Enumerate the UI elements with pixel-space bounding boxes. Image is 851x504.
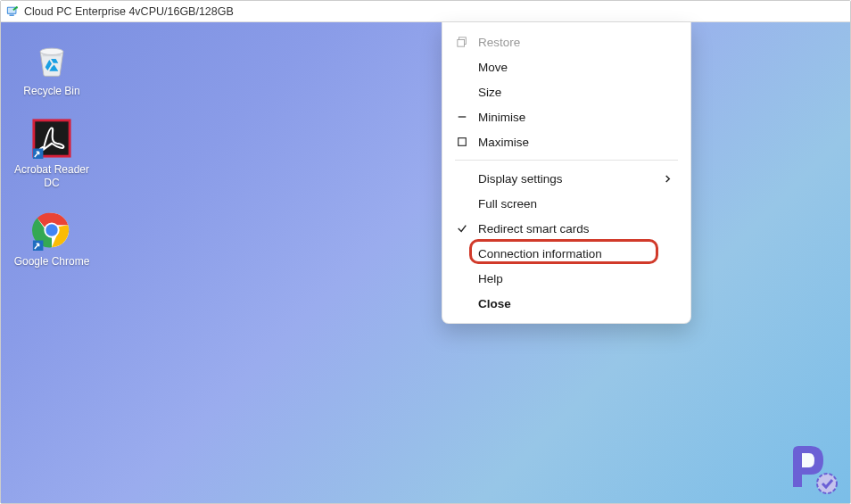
title-bar[interactable]: Cloud PC Enterprise 4vCPU/16GB/128GB [1, 1, 850, 22]
minimise-icon [455, 110, 469, 124]
watermark-logo [784, 441, 841, 498]
menu-item-minimise[interactable]: Minimise [442, 104, 690, 129]
restore-icon [455, 35, 469, 49]
acrobat-icon [30, 117, 73, 160]
desktop-icon-label: Acrobat Reader DC [12, 163, 92, 189]
check-icon [455, 221, 469, 235]
chrome-icon [30, 209, 73, 252]
menu-item-connection-information[interactable]: Connection information [442, 241, 690, 266]
menu-item-redirect-smart-cards[interactable]: Redirect smart cards [442, 216, 690, 241]
menu-item-maximise[interactable]: Maximise [442, 129, 690, 154]
desktop-icon-chrome[interactable]: Google Chrome [12, 209, 92, 268]
menu-item-help[interactable]: Help [442, 266, 690, 291]
system-context-menu: Restore Move Size Minimise Maximise [442, 22, 691, 324]
window-title: Cloud PC Enterprise 4vCPU/16GB/128GB [24, 5, 234, 18]
svg-rect-13 [458, 39, 465, 46]
svg-point-10 [45, 224, 57, 235]
svg-rect-15 [459, 138, 467, 146]
menu-item-display-settings[interactable]: Display settings [442, 166, 690, 191]
svg-rect-2 [10, 14, 14, 15]
menu-item-restore: Restore [442, 29, 690, 54]
menu-item-full-screen[interactable]: Full screen [442, 191, 690, 216]
maximise-icon [455, 135, 469, 149]
menu-separator [455, 160, 678, 161]
desktop-icon-recycle-bin[interactable]: Recycle Bin [12, 38, 92, 97]
desktop-icons-column: Recycle Bin Acrobat Reader DC [12, 38, 92, 269]
menu-item-move[interactable]: Move [442, 54, 690, 79]
svg-point-4 [40, 48, 63, 54]
menu-item-close[interactable]: Close [442, 291, 690, 316]
desktop-icon-label: Recycle Bin [23, 85, 79, 97]
remote-desktop-icon [6, 5, 19, 18]
recycle-bin-icon [30, 38, 73, 81]
remote-desktop-area[interactable]: Recycle Bin Acrobat Reader DC [1, 22, 850, 503]
desktop-icon-acrobat[interactable]: Acrobat Reader DC [12, 117, 92, 189]
chevron-right-icon [664, 172, 674, 186]
menu-item-size[interactable]: Size [442, 79, 690, 104]
desktop-icon-label: Google Chrome [14, 255, 90, 268]
